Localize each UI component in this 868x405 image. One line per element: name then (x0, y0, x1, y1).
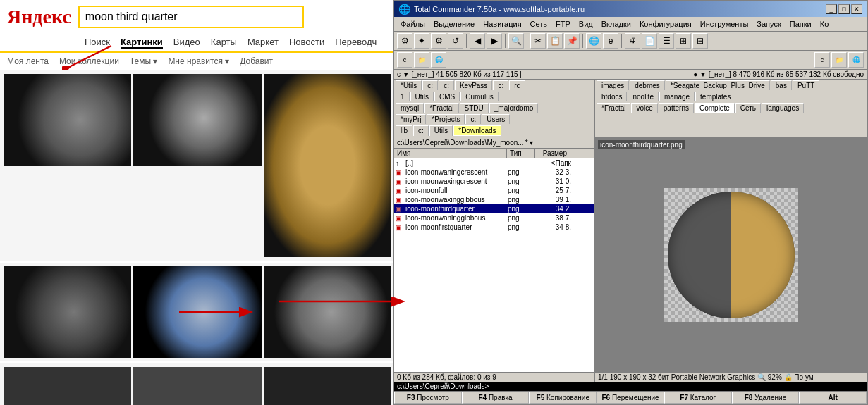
rtab-voice[interactable]: voice (631, 103, 657, 113)
tab-c1[interactable]: c: (422, 80, 438, 90)
f5-button[interactable]: F5 Копирование (529, 392, 597, 404)
rtab-set[interactable]: Сеть (735, 103, 761, 113)
f7-button[interactable]: F7 Каталог (664, 392, 732, 404)
toolbar-btn-star[interactable]: ✦ (414, 33, 429, 49)
file-row-2[interactable]: ▣ icon-moonwaxingcrescent png 31 0. (394, 177, 594, 186)
menu-files[interactable]: Файлы (397, 18, 429, 30)
menu-folders[interactable]: Папки (786, 18, 815, 30)
tab-lib[interactable]: lib (396, 125, 412, 136)
file-row-1[interactable]: ▣ icon-moonwaningcrescent png 32 3. (394, 168, 594, 177)
search-input[interactable] (78, 6, 304, 28)
f3-button[interactable]: F3 Просмотр (394, 392, 462, 404)
nav-video[interactable]: Видео (173, 37, 200, 49)
tab-c2[interactable]: c: (439, 80, 454, 90)
f6-button[interactable]: F6 Перемещение (597, 392, 664, 404)
toolbar-btn-copy[interactable]: 📋 (547, 33, 563, 49)
maximize-button[interactable]: □ (838, 4, 850, 14)
subnav-likes[interactable]: Мне нравится ▾ (168, 56, 229, 66)
tab-utils2[interactable]: Utils (410, 92, 434, 101)
moon-image-4[interactable] (4, 266, 131, 358)
tab-c5[interactable]: c: (413, 125, 429, 136)
menu-ko[interactable]: Ко (817, 18, 833, 30)
tab-downloads[interactable]: *Downloads (453, 125, 501, 136)
file-row-5[interactable]: ▣ icon-moonthirdquarter png 34 2. (394, 204, 594, 213)
tab-cumulus[interactable]: Cumulus (460, 92, 498, 101)
menu-net[interactable]: Сеть (527, 18, 551, 30)
rtab-htdocs[interactable]: htdocs (597, 92, 627, 101)
toolbar-btn-paste[interactable]: 📌 (564, 33, 580, 49)
rtab-images[interactable]: images (597, 80, 629, 90)
menu-launch[interactable]: Запуск (753, 18, 784, 30)
toolbar-btn-large[interactable]: ⊞ (676, 33, 691, 49)
tab-stdu[interactable]: STDU (460, 103, 489, 113)
toolbar-btn-r5[interactable]: 📁 (831, 52, 847, 68)
toolbar-btn-fwd[interactable]: ▶ (487, 33, 502, 49)
f8-button[interactable]: F8 Удаление (732, 392, 800, 404)
subnav-mycolls[interactable]: Мои коллекции (59, 56, 119, 66)
menu-select[interactable]: Выделение (430, 18, 478, 30)
col-name-header[interactable]: Имя (394, 149, 507, 158)
toolbar-btn-small[interactable]: ⊟ (692, 33, 708, 49)
rtab-bas[interactable]: bas (771, 80, 792, 90)
subnav-mylenta[interactable]: Моя лента (7, 56, 49, 66)
toolbar-btn-gear2[interactable]: ⚙ (431, 33, 446, 49)
tab-majordomo[interactable]: _majordomo (489, 103, 539, 113)
toolbar-btn-refresh[interactable]: ↺ (448, 33, 463, 49)
close-button[interactable]: ✕ (851, 4, 862, 14)
moon-image-9[interactable] (264, 367, 391, 405)
moon-image-7[interactable] (4, 367, 131, 405)
tab-keypass[interactable]: KeyPass (455, 80, 492, 90)
rtab-seagate[interactable]: *Seagate_Backup_Plus_Drive (666, 80, 770, 90)
toolbar-btn-ie[interactable]: e (603, 33, 618, 49)
file-row-7[interactable]: ▣ icon-moonfirstquarter png 34 8. (394, 223, 594, 232)
tab-utils[interactable]: *Utils (396, 80, 422, 90)
nav-karty[interactable]: Карты (211, 37, 237, 49)
menu-ftp[interactable]: FTP (552, 18, 574, 30)
tab-projects[interactable]: *Projects (427, 114, 465, 124)
subnav-themes[interactable]: Темы ▾ (130, 56, 158, 66)
menu-nav[interactable]: Навигация (479, 18, 525, 30)
toolbar-btn-r2[interactable]: 📁 (414, 52, 429, 68)
nav-novosti[interactable]: Новости (289, 37, 324, 49)
toolbar-btn-print[interactable]: 🖨 (625, 33, 640, 49)
tab-utils3[interactable]: Utils (429, 125, 453, 136)
moon-image-2[interactable] (133, 74, 261, 166)
toolbar-btn-back[interactable]: ◀ (470, 33, 485, 49)
tab-users[interactable]: Users (482, 114, 510, 124)
menu-view[interactable]: Вид (575, 18, 597, 30)
moon-image-1[interactable] (4, 74, 131, 166)
col-type-header[interactable]: Тип (507, 149, 535, 158)
toolbar-btn-search[interactable]: 🔍 (508, 33, 524, 49)
f4-button[interactable]: F4 Правка (462, 392, 530, 404)
rtab-fractal[interactable]: *Fractal (597, 103, 630, 113)
toolbar-btn-list[interactable]: ☰ (659, 33, 674, 49)
nav-poisk[interactable]: Поиск (85, 37, 110, 49)
subnav-add[interactable]: Добавит (240, 56, 273, 66)
file-row-4[interactable]: ▣ icon-moonwaxinggibbous png 39 1. (394, 195, 594, 204)
tab-fractal[interactable]: *Fractal (424, 103, 458, 113)
tab-c3[interactable]: c: (493, 80, 508, 90)
alt-button[interactable]: Alt (799, 392, 867, 404)
moon-image-6[interactable] (264, 266, 391, 358)
rtab-putt[interactable]: PuTT (793, 80, 819, 90)
rtab-patterns[interactable]: patterns (659, 103, 694, 113)
moon-image-3[interactable] (264, 74, 391, 257)
rtab-lang[interactable]: languages (762, 103, 804, 113)
file-row-3[interactable]: ▣ icon-moonfull png 25 7. (394, 186, 594, 195)
nav-perevod[interactable]: Переводч (335, 37, 377, 49)
menu-config[interactable]: Конфигурация (636, 18, 695, 30)
menu-tools[interactable]: Инструменты (697, 18, 752, 30)
rtab-debmes[interactable]: debmes (630, 80, 665, 90)
rtab-templates[interactable]: templates (695, 92, 735, 101)
toolbar-btn-net[interactable]: 🌐 (586, 33, 601, 49)
toolbar-btn-r3[interactable]: 🌐 (431, 52, 446, 68)
moon-image-5[interactable] (133, 266, 261, 358)
rtab-complete[interactable]: Complete (695, 103, 735, 113)
toolbar-btn-doc[interactable]: 📄 (642, 33, 657, 49)
tab-rc[interactable]: rc (509, 80, 525, 90)
file-row-6[interactable]: ▣ icon-moonwaninggibbous png 38 7. (394, 213, 594, 223)
tab-1[interactable]: 1 (396, 92, 410, 101)
nav-market[interactable]: Маркет (247, 37, 279, 49)
tab-cms[interactable]: CMS (434, 92, 460, 101)
minimize-button[interactable]: _ (826, 4, 837, 14)
